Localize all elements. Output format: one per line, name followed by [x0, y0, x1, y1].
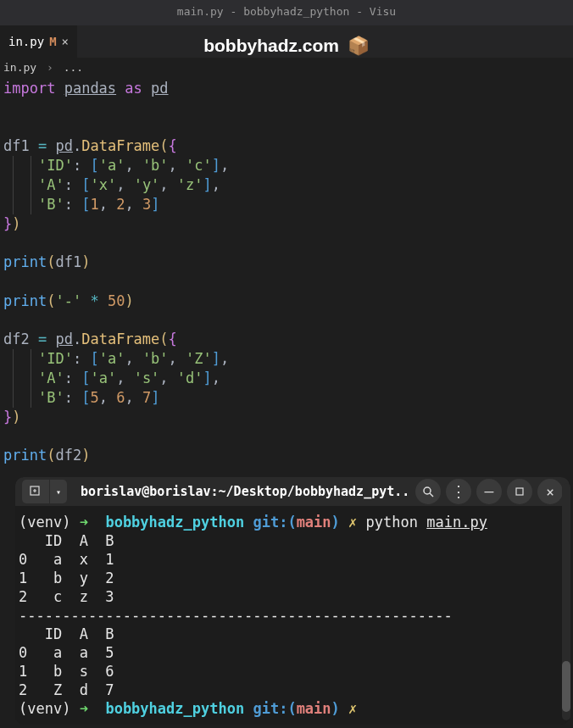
code-line: print(df1) [3, 253, 570, 272]
terminal-line: 1 b s 6 [19, 662, 566, 681]
code-line [3, 426, 570, 446]
terminal-line: 0 a a 5 [19, 643, 566, 662]
code-line [3, 233, 570, 253]
search-icon [422, 486, 434, 497]
minimize-button[interactable]: ‒ [476, 479, 502, 504]
terminal-line: ----------------------------------------… [19, 606, 566, 625]
minimize-icon: ‒ [485, 489, 494, 493]
window-title: main.py - bobbyhadz_python - Visu [177, 5, 396, 18]
terminal-line: 2 Z d 7 [19, 681, 566, 699]
code-editor[interactable]: import pandas as pd df1 = pd.DataFrame({… [0, 77, 573, 482]
breadcrumb-file: in.py [3, 61, 36, 74]
code-line: 'A': ['x', 'y', 'z'], [3, 175, 570, 195]
code-line: df2 = pd.DataFrame({ [3, 330, 570, 349]
terminal-line: 2 c z 3 [19, 587, 566, 606]
scrollbar-thumb[interactable] [562, 661, 570, 712]
breadcrumb-dots: ... [64, 61, 83, 74]
maximize-icon [515, 487, 524, 496]
scrollbar[interactable] [562, 483, 570, 720]
terminal-line: (venv) ➜ bobbyhadz_python git:(main) ✗ p… [19, 513, 566, 531]
tab-main[interactable]: in.py M × [0, 25, 77, 58]
terminal-title: borislav@borislav:~/Desktop/bobbyhadz_py… [72, 484, 410, 499]
terminal-panel: ▾ borislav@borislav:~/Desktop/bobbyhadz_… [15, 477, 570, 725]
watermark: bobbyhadz.com 📦 [203, 36, 370, 56]
terminal-line: 1 b y 2 [19, 569, 566, 587]
code-line: import pandas as pd [3, 79, 570, 98]
modified-indicator: M [49, 35, 56, 48]
close-button[interactable]: × [537, 479, 563, 504]
new-tab-button[interactable] [22, 480, 49, 503]
search-button[interactable] [415, 479, 441, 504]
code-line [3, 118, 570, 137]
code-line [3, 98, 570, 118]
chevron-right-icon: › [47, 61, 53, 74]
code-line: 'B': [1, 2, 3] [3, 195, 570, 214]
code-line: print('-' * 50) [3, 292, 570, 311]
dropdown-button[interactable]: ▾ [50, 480, 67, 503]
chevron-down-icon: ▾ [56, 487, 61, 497]
code-line: 'ID': ['a', 'b', 'Z'], [3, 349, 570, 369]
close-icon[interactable]: × [62, 35, 69, 48]
terminal-body[interactable]: (venv) ➜ bobbyhadz_python git:(main) ✗ p… [15, 506, 570, 725]
terminal-line: 0 a x 1 [19, 550, 566, 569]
code-line: print(df2) [3, 446, 570, 465]
terminal-header: ▾ borislav@borislav:~/Desktop/bobbyhadz_… [15, 477, 570, 506]
code-line: 'ID': ['a', 'b', 'c'], [3, 156, 570, 175]
svg-line-4 [430, 493, 433, 497]
breadcrumb[interactable]: in.py › ... [0, 58, 573, 77]
kebab-icon: ⋮ [451, 484, 466, 499]
maximize-button[interactable] [507, 479, 532, 504]
svg-rect-5 [516, 488, 523, 495]
code-line [3, 272, 570, 292]
terminal-line: (venv) ➜ bobbyhadz_python git:(main) ✗ [19, 699, 566, 718]
terminal-line: ID A B [19, 531, 566, 550]
code-line: df1 = pd.DataFrame({ [3, 136, 570, 156]
code-line: }) [3, 408, 570, 427]
code-line: }) [3, 214, 570, 234]
new-tab-icon [30, 486, 42, 497]
window-title-bar: main.py - bobbyhadz_python - Visu [0, 0, 573, 25]
menu-button[interactable]: ⋮ [446, 479, 471, 504]
terminal-line: ID A B [19, 625, 566, 643]
close-icon: × [546, 484, 554, 500]
code-line [3, 311, 570, 331]
tab-filename: in.py [8, 35, 44, 48]
svg-point-3 [424, 487, 431, 494]
code-line: 'A': ['a', 's', 'd'], [3, 369, 570, 388]
box-icon: 📦 [348, 36, 370, 56]
code-line: 'B': [5, 6, 7] [3, 388, 570, 408]
